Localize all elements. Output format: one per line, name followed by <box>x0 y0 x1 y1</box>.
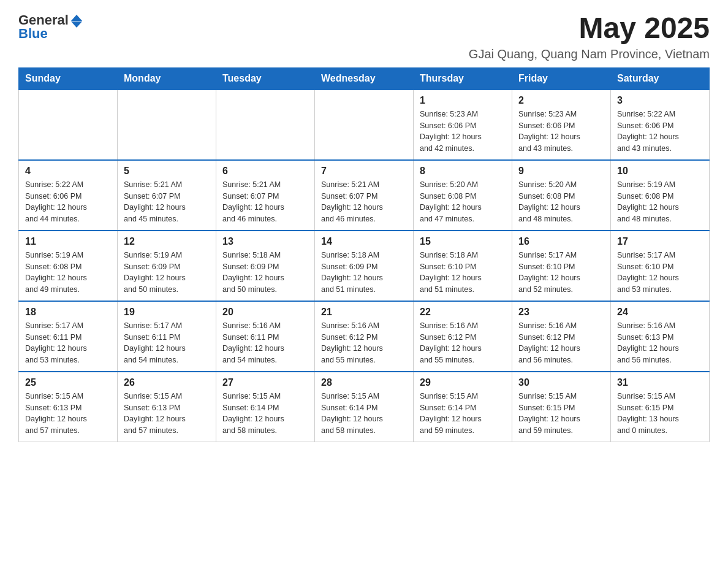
page-header: General Blue May 2025 GJai Quang, Quang … <box>18 12 710 61</box>
week-row-3: 11Sunrise: 5:19 AM Sunset: 6:08 PM Dayli… <box>19 231 710 301</box>
day-info: Sunrise: 5:16 AM Sunset: 6:12 PM Dayligh… <box>518 320 604 366</box>
calendar-cell: 28Sunrise: 5:15 AM Sunset: 6:14 PM Dayli… <box>315 372 414 442</box>
day-number: 6 <box>222 166 308 177</box>
calendar-cell: 12Sunrise: 5:19 AM Sunset: 6:09 PM Dayli… <box>118 231 216 301</box>
calendar-cell: 29Sunrise: 5:15 AM Sunset: 6:14 PM Dayli… <box>414 372 512 442</box>
day-number: 30 <box>518 377 604 388</box>
day-number: 2 <box>518 95 604 106</box>
day-number: 20 <box>222 307 308 318</box>
day-number: 19 <box>124 307 210 318</box>
day-number: 13 <box>222 236 308 247</box>
day-info: Sunrise: 5:17 AM Sunset: 6:10 PM Dayligh… <box>617 250 703 296</box>
calendar-cell: 18Sunrise: 5:17 AM Sunset: 6:11 PM Dayli… <box>19 301 118 372</box>
calendar-cell: 17Sunrise: 5:17 AM Sunset: 6:10 PM Dayli… <box>611 231 710 301</box>
calendar-cell: 26Sunrise: 5:15 AM Sunset: 6:13 PM Dayli… <box>118 372 216 442</box>
title-area: May 2025 GJai Quang, Quang Nam Province,… <box>469 12 710 61</box>
day-info: Sunrise: 5:17 AM Sunset: 6:10 PM Dayligh… <box>518 250 604 296</box>
calendar-cell: 7Sunrise: 5:21 AM Sunset: 6:07 PM Daylig… <box>315 160 414 231</box>
calendar-cell: 4Sunrise: 5:22 AM Sunset: 6:06 PM Daylig… <box>19 160 118 231</box>
day-number: 10 <box>617 166 703 177</box>
header-sunday: Sunday <box>19 67 118 90</box>
day-info: Sunrise: 5:17 AM Sunset: 6:11 PM Dayligh… <box>25 320 111 366</box>
day-number: 11 <box>25 236 111 247</box>
day-info: Sunrise: 5:21 AM Sunset: 6:07 PM Dayligh… <box>124 179 210 225</box>
calendar-cell: 13Sunrise: 5:18 AM Sunset: 6:09 PM Dayli… <box>216 231 315 301</box>
day-info: Sunrise: 5:22 AM Sunset: 6:06 PM Dayligh… <box>617 109 703 155</box>
day-number: 5 <box>124 166 210 177</box>
calendar-cell: 21Sunrise: 5:16 AM Sunset: 6:12 PM Dayli… <box>315 301 414 372</box>
day-number: 12 <box>124 236 210 247</box>
day-info: Sunrise: 5:19 AM Sunset: 6:08 PM Dayligh… <box>25 250 111 296</box>
day-number: 31 <box>617 377 703 388</box>
day-number: 1 <box>420 95 506 106</box>
calendar-cell <box>315 90 414 160</box>
calendar-cell: 2Sunrise: 5:23 AM Sunset: 6:06 PM Daylig… <box>512 90 611 160</box>
week-row-2: 4Sunrise: 5:22 AM Sunset: 6:06 PM Daylig… <box>19 160 710 231</box>
header-wednesday: Wednesday <box>315 67 414 90</box>
header-saturday: Saturday <box>611 67 710 90</box>
calendar-cell: 30Sunrise: 5:15 AM Sunset: 6:15 PM Dayli… <box>512 372 611 442</box>
calendar-cell: 31Sunrise: 5:15 AM Sunset: 6:15 PM Dayli… <box>611 372 710 442</box>
calendar-cell: 23Sunrise: 5:16 AM Sunset: 6:12 PM Dayli… <box>512 301 611 372</box>
day-info: Sunrise: 5:18 AM Sunset: 6:09 PM Dayligh… <box>321 250 407 296</box>
calendar-cell: 15Sunrise: 5:18 AM Sunset: 6:10 PM Dayli… <box>414 231 512 301</box>
calendar-cell: 19Sunrise: 5:17 AM Sunset: 6:11 PM Dayli… <box>118 301 216 372</box>
calendar-cell: 5Sunrise: 5:21 AM Sunset: 6:07 PM Daylig… <box>118 160 216 231</box>
calendar-cell <box>19 90 118 160</box>
logo-blue-text: Blue <box>18 26 48 42</box>
calendar-table: Sunday Monday Tuesday Wednesday Thursday… <box>18 67 710 442</box>
day-number: 25 <box>25 377 111 388</box>
day-number: 3 <box>617 95 703 106</box>
calendar-cell: 6Sunrise: 5:21 AM Sunset: 6:07 PM Daylig… <box>216 160 315 231</box>
calendar-cell <box>118 90 216 160</box>
day-number: 17 <box>617 236 703 247</box>
calendar-cell: 20Sunrise: 5:16 AM Sunset: 6:11 PM Dayli… <box>216 301 315 372</box>
day-number: 21 <box>321 307 407 318</box>
day-info: Sunrise: 5:16 AM Sunset: 6:12 PM Dayligh… <box>420 320 506 366</box>
day-number: 27 <box>222 377 308 388</box>
day-info: Sunrise: 5:23 AM Sunset: 6:06 PM Dayligh… <box>518 109 604 155</box>
day-info: Sunrise: 5:20 AM Sunset: 6:08 PM Dayligh… <box>420 179 506 225</box>
day-number: 15 <box>420 236 506 247</box>
day-number: 28 <box>321 377 407 388</box>
day-info: Sunrise: 5:17 AM Sunset: 6:11 PM Dayligh… <box>124 320 210 366</box>
day-info: Sunrise: 5:15 AM Sunset: 6:13 PM Dayligh… <box>124 391 210 437</box>
day-info: Sunrise: 5:22 AM Sunset: 6:06 PM Dayligh… <box>25 179 111 225</box>
calendar-cell <box>216 90 315 160</box>
header-monday: Monday <box>118 67 216 90</box>
day-info: Sunrise: 5:15 AM Sunset: 6:13 PM Dayligh… <box>25 391 111 437</box>
header-friday: Friday <box>512 67 611 90</box>
day-number: 22 <box>420 307 506 318</box>
day-number: 16 <box>518 236 604 247</box>
location-subtitle: GJai Quang, Quang Nam Province, Vietnam <box>469 47 710 61</box>
calendar-cell: 1Sunrise: 5:23 AM Sunset: 6:06 PM Daylig… <box>414 90 512 160</box>
day-info: Sunrise: 5:18 AM Sunset: 6:10 PM Dayligh… <box>420 250 506 296</box>
calendar-cell: 14Sunrise: 5:18 AM Sunset: 6:09 PM Dayli… <box>315 231 414 301</box>
day-number: 18 <box>25 307 111 318</box>
day-number: 26 <box>124 377 210 388</box>
day-info: Sunrise: 5:20 AM Sunset: 6:08 PM Dayligh… <box>518 179 604 225</box>
month-year-title: May 2025 <box>469 12 710 45</box>
day-number: 9 <box>518 166 604 177</box>
day-info: Sunrise: 5:21 AM Sunset: 6:07 PM Dayligh… <box>222 179 308 225</box>
day-info: Sunrise: 5:15 AM Sunset: 6:14 PM Dayligh… <box>222 391 308 437</box>
day-info: Sunrise: 5:15 AM Sunset: 6:15 PM Dayligh… <box>617 391 703 437</box>
calendar-cell: 16Sunrise: 5:17 AM Sunset: 6:10 PM Dayli… <box>512 231 611 301</box>
day-number: 4 <box>25 166 111 177</box>
day-info: Sunrise: 5:15 AM Sunset: 6:14 PM Dayligh… <box>321 391 407 437</box>
day-number: 23 <box>518 307 604 318</box>
calendar-header-row: Sunday Monday Tuesday Wednesday Thursday… <box>19 67 710 90</box>
calendar-cell: 3Sunrise: 5:22 AM Sunset: 6:06 PM Daylig… <box>611 90 710 160</box>
day-number: 29 <box>420 377 506 388</box>
logo: General Blue <box>18 12 82 42</box>
calendar-cell: 9Sunrise: 5:20 AM Sunset: 6:08 PM Daylig… <box>512 160 611 231</box>
day-info: Sunrise: 5:19 AM Sunset: 6:09 PM Dayligh… <box>124 250 210 296</box>
day-number: 8 <box>420 166 506 177</box>
day-number: 7 <box>321 166 407 177</box>
calendar-cell: 8Sunrise: 5:20 AM Sunset: 6:08 PM Daylig… <box>414 160 512 231</box>
day-number: 14 <box>321 236 407 247</box>
calendar-cell: 27Sunrise: 5:15 AM Sunset: 6:14 PM Dayli… <box>216 372 315 442</box>
week-row-4: 18Sunrise: 5:17 AM Sunset: 6:11 PM Dayli… <box>19 301 710 372</box>
day-info: Sunrise: 5:21 AM Sunset: 6:07 PM Dayligh… <box>321 179 407 225</box>
day-info: Sunrise: 5:23 AM Sunset: 6:06 PM Dayligh… <box>420 109 506 155</box>
